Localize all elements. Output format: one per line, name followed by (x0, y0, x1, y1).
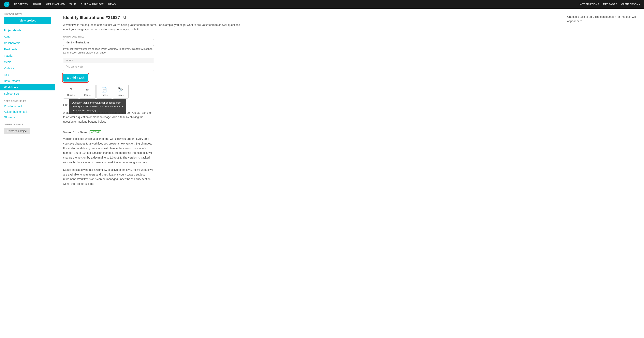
sidebar-item-collaborators[interactable]: Collaborators (0, 40, 55, 46)
transcribe-label: Trans... (100, 94, 108, 96)
sidebar-item-talk[interactable]: Talk (0, 72, 55, 78)
plus-icon: ⊕ (67, 76, 69, 80)
workflow-form: WORKFLOW TITLE If you let your volunteer… (63, 36, 154, 186)
nav-left: ○ PROJECTS ABOUT GET INVOLVED TALK BUILD… (4, 2, 116, 7)
survey-label: Surv... (118, 94, 124, 96)
nav-right: NOTIFICATIONS MESSAGES GLENROBSON ▾ (580, 3, 640, 6)
nav-user-menu[interactable]: GLENROBSON ▾ (621, 3, 640, 6)
add-task-label: Add a task (70, 76, 84, 79)
add-task-button[interactable]: ⊕ Add a task (63, 74, 88, 82)
version-row: Version 1.1 - Status: ACTIVE (63, 130, 154, 134)
transcribe-icon: 📄 (101, 87, 107, 93)
version-label: Version 1.1 - Status: (63, 131, 88, 134)
divider (63, 127, 154, 127)
svg-rect-1 (124, 16, 126, 18)
view-project-button[interactable]: View project (4, 17, 51, 24)
sidebar-item-field-guide[interactable]: Field guide (0, 46, 55, 53)
task-type-transcribe[interactable]: 📄 Trans... (96, 85, 112, 99)
nav-projects[interactable]: PROJECTS (14, 3, 28, 6)
version-description-2: Status indicates whether a workflow is a… (63, 168, 154, 186)
sidebar-item-tutorial[interactable]: Tutorial (0, 53, 55, 59)
copy-icon (124, 16, 127, 19)
status-badge: ACTIVE (90, 130, 101, 134)
help-section-label: NEED SOME HELP? (0, 97, 55, 104)
nav-messages[interactable]: MESSAGES (603, 3, 617, 6)
other-actions-label: OTHER ACTIONS (0, 120, 55, 127)
workflow-title-hint: If you let your volunteers choose which … (63, 47, 154, 55)
workflow-title-row: Identify Illustrations #21837 (63, 15, 553, 20)
nav-about[interactable]: ABOUT (32, 3, 42, 6)
tasks-box-header: TASKS (63, 58, 154, 63)
page-layout: PROJECT #18977 View project Project deta… (0, 9, 644, 338)
tasks-box: TASKS (No tasks yet) (63, 58, 154, 71)
sidebar-item-workflows[interactable]: Workflows (0, 84, 55, 90)
sidebar-item-data-exports[interactable]: Data Exports (0, 78, 55, 84)
workflow-description: A workflow is the sequence of tasks that… (63, 23, 245, 32)
project-id-label: PROJECT #18977 (0, 13, 55, 17)
task-type-question[interactable]: ? Quest... (63, 85, 79, 99)
question-icon: ? (70, 87, 72, 93)
delete-project-button[interactable]: Delete this project (4, 128, 30, 134)
sidebar-item-subject-sets[interactable]: Subject Sets (0, 90, 55, 97)
workflow-title: Identify Illustrations #21837 (63, 15, 120, 20)
sidebar-glossary[interactable]: Glossary (0, 115, 55, 120)
task-type-mark[interactable]: ✏ Mark... (80, 85, 96, 99)
question-label: Quest... (67, 94, 75, 96)
task-icons-row: ? Quest... ✏ Mark... 📄 Trans... 🔭 Surv..… (63, 85, 154, 99)
workflow-title-label: WORKFLOW TITLE (63, 36, 154, 38)
nav-news[interactable]: NEWS (108, 3, 116, 6)
nav-talk[interactable]: TALK (70, 3, 76, 6)
main-content: Identify Illustrations #21837 A workflow… (55, 9, 561, 338)
copy-icon-button[interactable] (122, 15, 128, 20)
mark-label: Mark... (84, 94, 91, 96)
nav-get-involved[interactable]: GET INVOLVED (46, 3, 65, 6)
task-type-survey[interactable]: 🔭 Surv... (113, 85, 129, 99)
sidebar-item-visibility[interactable]: Visibility (0, 65, 55, 72)
top-navigation: ○ PROJECTS ABOUT GET INVOLVED TALK BUILD… (0, 0, 644, 9)
sidebar-ask-help[interactable]: Ask for help on talk (0, 109, 55, 115)
right-panel-text: Choose a task to edit. The configuration… (567, 15, 638, 24)
sidebar-item-project-details[interactable]: Project details (0, 27, 55, 34)
workflow-title-input[interactable] (63, 39, 154, 46)
sidebar-read-tutorial[interactable]: Read a tutorial (0, 104, 55, 109)
nav-notifications[interactable]: NOTIFICATIONS (580, 3, 599, 6)
sidebar-item-about[interactable]: About (0, 34, 55, 40)
tasks-box-body: (No tasks yet) (63, 63, 154, 71)
mark-icon: ✏ (86, 87, 90, 93)
nav-build-project[interactable]: BUILD A PROJECT (81, 3, 104, 6)
logo-icon[interactable]: ○ (4, 2, 10, 7)
right-panel: Choose a task to edit. The configuration… (561, 9, 644, 338)
sidebar: PROJECT #18977 View project Project deta… (0, 9, 55, 338)
survey-icon: 🔭 (118, 87, 124, 93)
sidebar-item-media[interactable]: Media (0, 59, 55, 65)
task-type-tooltip: Question tasks: the volunteer chooses fr… (69, 99, 126, 115)
version-description-1: Version indicates which version of the w… (63, 137, 154, 165)
